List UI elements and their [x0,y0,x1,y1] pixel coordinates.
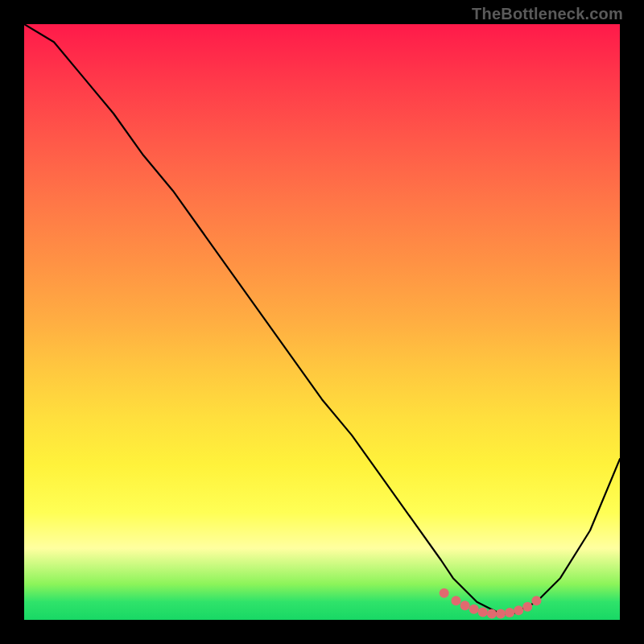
chart-frame: TheBottleneck.com [0,0,644,644]
watermark-text: TheBottleneck.com [472,5,623,23]
plot-area [24,24,620,620]
